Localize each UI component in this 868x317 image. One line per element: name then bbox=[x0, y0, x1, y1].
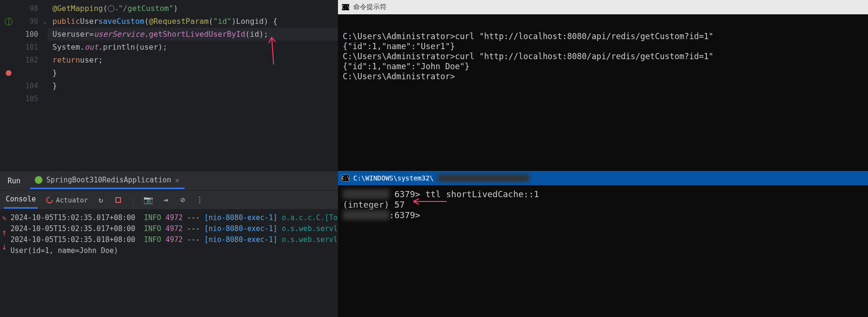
gutter-line: 101 bbox=[0, 41, 48, 53]
log-line: User(id=1, name=John Doe) bbox=[10, 245, 342, 256]
camera-icon[interactable]: 📷 bbox=[144, 196, 153, 204]
redis-output[interactable]: xxxxxxxxx 6379> ttl shortLivedCache::1 (… bbox=[338, 185, 868, 317]
gutter-line: ⌄ 99 bbox=[0, 15, 48, 28]
console-output[interactable]: 2024-10-05T15:02:35.017+08:00 INFO 4972 … bbox=[9, 210, 344, 317]
console-toolbar: Console Actuator ↻ | 📷 ⇥ ⊘ ⋮ bbox=[0, 190, 338, 210]
run-panel: Run SpringBoot310RedisApplication × Cons… bbox=[0, 171, 338, 317]
gutter-line: 102 bbox=[0, 53, 48, 66]
line-gutter: 98 ⌄ 99 💡 100 101 102 104 105 bbox=[0, 0, 48, 171]
actuator-button[interactable]: Actuator bbox=[46, 196, 88, 204]
spring-icon bbox=[35, 176, 42, 184]
gutter-line: 105 bbox=[0, 92, 48, 105]
blurred-text: xxxxxxxxxxxxxxxxxxxxxxx bbox=[438, 174, 530, 182]
run-config-tab[interactable]: SpringBoot310RedisApplication × bbox=[30, 173, 184, 189]
code-line[interactable]: return user; bbox=[48, 53, 338, 66]
arrow-annotation-icon bbox=[409, 197, 448, 206]
url-icon: ⌄ bbox=[108, 5, 119, 12]
cmd-icon: C:\ bbox=[342, 4, 349, 11]
code-line[interactable]: } bbox=[48, 66, 338, 79]
console-tab[interactable]: Console bbox=[4, 191, 38, 209]
gauge-icon[interactable]: ⊘ bbox=[178, 196, 187, 204]
code-line[interactable]: User user = userService.getShortLivedUse… bbox=[48, 28, 338, 41]
stop-icon[interactable] bbox=[114, 196, 123, 204]
more-icon[interactable]: ⋮ bbox=[195, 196, 204, 204]
code-content[interactable]: @GetMapping(⌄"/getCustom") public User s… bbox=[48, 0, 338, 171]
globe-icon bbox=[5, 18, 12, 25]
gutter-line: 💡 100 bbox=[0, 28, 48, 41]
cmd-icon: C:\ bbox=[342, 175, 349, 181]
fold-chevron-icon[interactable]: ⌄ bbox=[43, 18, 47, 25]
blurred-text: xxxxxxxxx bbox=[343, 210, 389, 220]
arrow-up-icon[interactable]: ↑ bbox=[0, 228, 9, 236]
actuator-icon bbox=[45, 195, 54, 205]
arrow-down-icon[interactable]: ↓ bbox=[0, 242, 9, 251]
gutter-line: 104 bbox=[0, 79, 48, 92]
redis-titlebar: C:\ C:\WINDOWS\system32\ xxxxxxxxxxxxxxx… bbox=[338, 171, 868, 185]
edit-icon[interactable]: ✎ bbox=[0, 213, 9, 222]
blurred-text: xxxxxxxxx bbox=[343, 189, 389, 199]
log-line: 2024-10-05T15:02:35.017+08:00 INFO 4972 … bbox=[10, 223, 342, 234]
code-line[interactable]: } bbox=[48, 79, 338, 92]
code-line[interactable]: public User saveCustom(@RequestParam("id… bbox=[48, 15, 338, 28]
code-line[interactable]: @GetMapping(⌄"/getCustom") bbox=[48, 2, 338, 15]
gutter-line: 98 bbox=[0, 2, 48, 15]
code-line[interactable]: System.out.println(user); bbox=[48, 41, 338, 53]
command-prompt: C:\ 命令提示符 C:\Users\Administrator>curl "h… bbox=[338, 0, 868, 171]
code-line[interactable] bbox=[48, 92, 338, 105]
close-icon[interactable]: × bbox=[175, 176, 180, 185]
log-line: 2024-10-05T15:02:35.018+08:00 INFO 4972 … bbox=[10, 234, 342, 245]
console-gutter: ✎ ↑ ↓ bbox=[0, 210, 9, 317]
run-tabs: Run SpringBoot310RedisApplication × bbox=[0, 171, 338, 190]
code-editor[interactable]: 98 ⌄ 99 💡 100 101 102 104 105 @GetMappin… bbox=[0, 0, 338, 171]
log-line: 2024-10-05T15:02:35.017+08:00 INFO 4972 … bbox=[10, 212, 342, 223]
rerun-icon[interactable]: ↻ bbox=[97, 196, 105, 204]
cmd-output[interactable]: C:\Users\Administrator>curl "http://loca… bbox=[338, 14, 868, 171]
cmd-titlebar: C:\ 命令提示符 bbox=[338, 0, 868, 14]
breakpoint-icon[interactable] bbox=[6, 70, 11, 76]
exit-icon[interactable]: ⇥ bbox=[161, 196, 170, 204]
gutter-line bbox=[0, 66, 48, 79]
run-label: Run bbox=[4, 177, 24, 185]
redis-terminal: C:\ C:\WINDOWS\system32\ xxxxxxxxxxxxxxx… bbox=[338, 171, 868, 317]
console-body: ✎ ↑ ↓ 2024-10-05T15:02:35.017+08:00 INFO… bbox=[0, 210, 338, 317]
